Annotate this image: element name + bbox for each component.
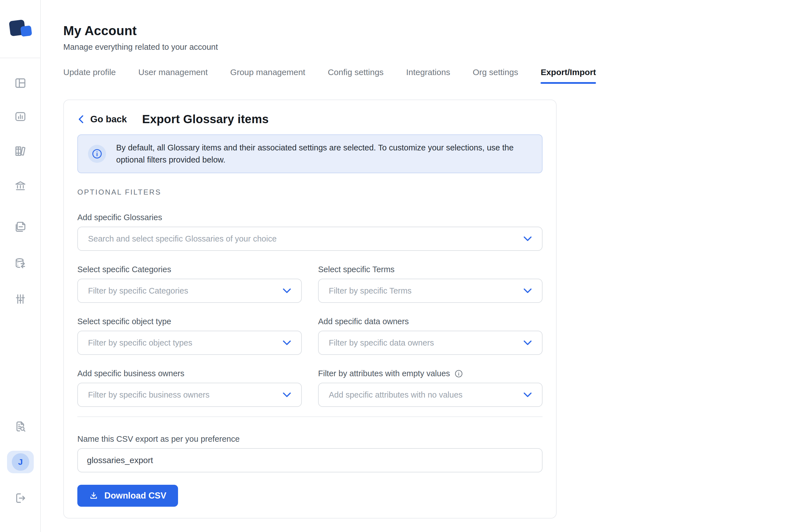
business-owners-field-label: Add specific business owners bbox=[77, 369, 302, 378]
user-avatar[interactable]: J bbox=[7, 451, 34, 473]
tab-export-import[interactable]: Export/Import bbox=[540, 67, 596, 84]
business-owners-field: Add specific business owners Filter by s… bbox=[77, 369, 302, 407]
tab-update-profile[interactable]: Update profile bbox=[63, 67, 116, 84]
download-icon bbox=[89, 491, 98, 500]
glossaries-select[interactable]: Search and select specific Glossaries of… bbox=[77, 227, 542, 251]
object-type-field: Select specific object type Filter by sp… bbox=[77, 317, 302, 355]
categories-select-placeholder: Filter by specific Categories bbox=[88, 286, 283, 296]
account-tabs: Update profile User management Group man… bbox=[63, 67, 810, 84]
governance-bank-icon[interactable] bbox=[14, 179, 27, 192]
logo-front-square bbox=[20, 25, 32, 36]
business-owners-select[interactable]: Filter by specific business owners bbox=[77, 383, 302, 407]
business-owners-select-placeholder: Filter by specific business owners bbox=[88, 390, 283, 400]
info-banner: By default, all Glossary items and their… bbox=[77, 134, 542, 173]
tab-org-settings[interactable]: Org settings bbox=[473, 67, 518, 84]
info-banner-text: By default, all Glossary items and their… bbox=[116, 142, 530, 166]
optional-filters-heading: OPTIONAL FILTERS bbox=[77, 188, 542, 197]
chevron-down-icon bbox=[283, 340, 291, 346]
sidebar-logo-area bbox=[0, 0, 40, 58]
csv-name-input[interactable] bbox=[77, 448, 542, 472]
sidebar: J bbox=[0, 0, 41, 532]
glossaries-field: Add specific Glossaries Search and selec… bbox=[77, 213, 542, 251]
terms-select[interactable]: Filter by specific Terms bbox=[318, 279, 542, 303]
glossaries-select-placeholder: Search and select specific Glossaries of… bbox=[88, 234, 523, 244]
section-divider bbox=[77, 416, 542, 417]
empty-values-select-placeholder: Add specific attributes with no values bbox=[329, 390, 523, 400]
glossary-books-icon[interactable] bbox=[14, 145, 27, 157]
insights-chart-icon[interactable] bbox=[14, 110, 27, 123]
filters-grid: Select specific Categories Filter by spe… bbox=[77, 265, 542, 407]
info-circle-icon[interactable] bbox=[454, 369, 463, 378]
avatar-initial: J bbox=[12, 453, 29, 471]
download-csv-button[interactable]: Download CSV bbox=[77, 485, 178, 507]
chevron-down-icon bbox=[523, 340, 532, 346]
tab-config-settings[interactable]: Config settings bbox=[328, 67, 383, 84]
csv-name-label: Name this CSV export as per you preferen… bbox=[77, 434, 542, 444]
tab-group-management[interactable]: Group management bbox=[230, 67, 305, 84]
audit-doc-search-icon[interactable] bbox=[14, 420, 27, 433]
chevron-down-icon bbox=[523, 392, 532, 398]
data-owners-select-placeholder: Filter by specific data owners bbox=[329, 338, 523, 348]
chevron-down-icon bbox=[523, 236, 532, 242]
data-sync-database-icon[interactable] bbox=[14, 257, 27, 269]
empty-values-field: Filter by attributes with empty values A… bbox=[318, 369, 542, 407]
preferences-sliders-icon[interactable] bbox=[14, 293, 27, 305]
object-type-field-label: Select specific object type bbox=[77, 317, 302, 326]
data-owners-field-label: Add specific data owners bbox=[318, 317, 542, 326]
dashboard-layout-icon[interactable] bbox=[14, 77, 27, 89]
data-owners-field: Add specific data owners Filter by speci… bbox=[318, 317, 542, 355]
chevron-down-icon bbox=[283, 392, 291, 398]
categories-field: Select specific Categories Filter by spe… bbox=[77, 265, 302, 303]
tab-user-management[interactable]: User management bbox=[139, 67, 208, 84]
object-type-select-placeholder: Filter by specific object types bbox=[88, 338, 283, 348]
categories-select[interactable]: Filter by specific Categories bbox=[77, 279, 302, 303]
go-back-label: Go back bbox=[90, 114, 127, 124]
panel-header: Go back Export Glossary items bbox=[77, 113, 542, 126]
empty-values-field-label: Filter by attributes with empty values bbox=[318, 369, 542, 378]
app-logo-icon[interactable] bbox=[8, 17, 32, 41]
main-content: My Account Manage everything related to … bbox=[41, 0, 810, 518]
documents-copy-icon[interactable] bbox=[14, 220, 27, 233]
empty-values-label-text: Filter by attributes with empty values bbox=[318, 369, 450, 378]
info-icon bbox=[88, 145, 106, 163]
terms-field: Select specific Terms Filter by specific… bbox=[318, 265, 542, 303]
terms-field-label: Select specific Terms bbox=[318, 265, 542, 274]
export-glossary-panel: Go back Export Glossary items By default… bbox=[63, 100, 556, 518]
go-back-button[interactable]: Go back bbox=[77, 114, 127, 124]
panel-title: Export Glossary items bbox=[142, 113, 269, 126]
data-owners-select[interactable]: Filter by specific data owners bbox=[318, 331, 542, 355]
categories-field-label: Select specific Categories bbox=[77, 265, 302, 274]
chevron-down-icon bbox=[283, 288, 291, 294]
chevron-left-icon bbox=[77, 114, 85, 124]
tab-integrations[interactable]: Integrations bbox=[406, 67, 450, 84]
terms-select-placeholder: Filter by specific Terms bbox=[329, 286, 523, 296]
logout-icon[interactable] bbox=[14, 492, 27, 504]
page-title: My Account bbox=[63, 23, 810, 38]
chevron-down-icon bbox=[523, 288, 532, 294]
glossaries-field-label: Add specific Glossaries bbox=[77, 213, 542, 222]
download-csv-label: Download CSV bbox=[104, 491, 166, 501]
empty-values-select[interactable]: Add specific attributes with no values bbox=[318, 383, 542, 407]
csv-name-field: Name this CSV export as per you preferen… bbox=[77, 434, 542, 472]
object-type-select[interactable]: Filter by specific object types bbox=[77, 331, 302, 355]
page-subtitle: Manage everything related to your accoun… bbox=[63, 43, 810, 52]
